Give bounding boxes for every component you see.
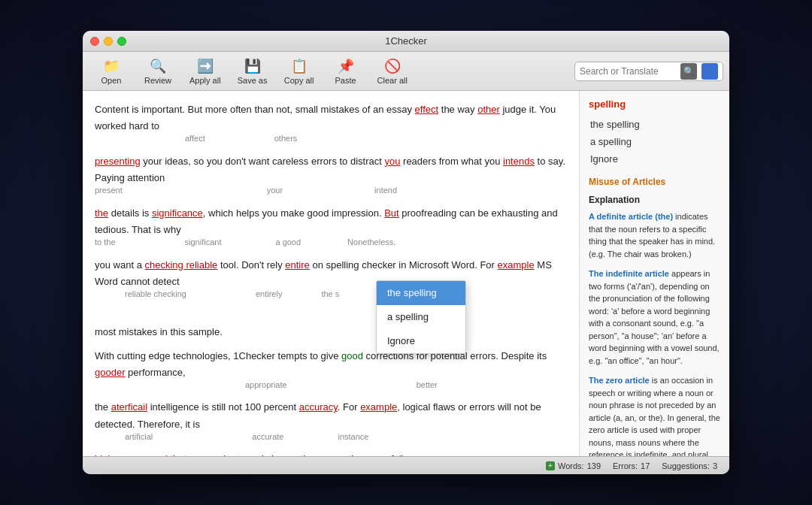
search-box: 🔍 [574,62,723,81]
open-button[interactable]: 📁 Open [89,55,134,88]
app-window: 1Checker 📁 Open 🔍 Review ➡️ Apply all 💾 … [83,31,729,474]
save-as-label: Save as [238,76,268,85]
error-you[interactable]: you [384,156,400,167]
error-high[interactable]: high [95,453,114,456]
paragraph-4: you want a checking reliable tool. Don't… [95,257,567,301]
dropdown-item-1[interactable]: a spelling [377,305,465,329]
save-as-button[interactable]: 💾 Save as [230,55,275,88]
explanation-definite: A definite article (the) indicates that … [586,209,723,262]
text: on spelling checker in Microsoft Word. F… [310,259,498,271]
text: With cutting edge technologies, 1Checker… [95,350,341,361]
paragraph-3: the details is significance, which helps… [95,205,567,249]
text: that you evaluate and choose the suggest… [168,453,411,456]
error-gooder[interactable]: gooder [95,367,125,378]
plus-icon: + [546,461,555,470]
error-intends[interactable]: intends [503,156,535,167]
search-button[interactable]: 🔍 [680,63,697,80]
error-effect[interactable]: effect [415,104,439,115]
error-recommend[interactable]: recommend [116,453,168,456]
paragraph-8: high recommend that you evaluate and cho… [95,451,567,456]
save-as-icon: 💾 [244,58,261,74]
sidebar: spelling the spelling a spelling Ignore … [579,91,729,456]
paste-icon: 📌 [338,58,354,74]
misuse-title: Misuse of Articles [586,175,723,189]
text: the [95,401,111,413]
open-icon: 📁 [103,58,120,74]
error-the[interactable]: the [95,207,108,219]
title-bar: 1Checker [83,31,729,52]
suggestions-value: 3 [713,461,717,470]
paste-label: Paste [335,76,356,85]
review-button[interactable]: 🔍 Review [135,55,180,88]
indefinite-article-link: The indefinite article [589,269,669,278]
open-label: Open [102,76,122,85]
zero-article-link: The zero article [589,376,650,385]
clear-all-icon: 🚫 [384,58,401,74]
errors-label: Errors: [613,461,638,470]
error-example1[interactable]: example [498,259,535,271]
suggestions-status: Suggestions: 3 [662,461,717,470]
error-accuracy[interactable]: accuracy [299,401,338,413]
hint-row-1: affect others [95,132,567,146]
error-other[interactable]: other [477,104,500,115]
minimize-button[interactable] [104,37,113,46]
apply-all-icon: ➡️ [197,58,214,74]
sidebar-item-1[interactable]: a spelling [586,133,723,150]
apply-all-button[interactable]: ➡️ Apply all [182,55,229,88]
hint-row-2: present your intend [95,183,567,198]
words-label: Words: [558,461,584,470]
text: readers from what you [400,156,503,167]
error-significance[interactable]: significance [152,207,203,219]
text: you want a [95,259,145,271]
error-example2[interactable]: example [360,401,397,413]
copy-all-button[interactable]: 📋 Copy all [277,55,322,88]
error-aterficail[interactable]: aterficail [111,401,147,413]
dropdown-item-2[interactable]: Ignore [377,329,465,353]
paragraph-6: With cutting edge technologies, 1Checker… [95,348,567,392]
suggestions-label: Suggestions: [662,461,710,470]
hint-row-6: appropriate better [95,378,567,392]
definite-article-link: A definite article (the) [589,212,673,221]
correct-good: good [341,350,363,361]
error-but[interactable]: But [384,207,399,219]
paragraph-5: most mistakes in this sample. [95,324,567,340]
review-label: Review [144,76,171,85]
text: intelligence is still not 100 percent [147,401,299,413]
translate-button[interactable] [701,63,718,80]
explanation-zero: The zero article is an occasion in speec… [586,373,723,456]
search-input[interactable] [580,66,677,77]
close-button[interactable] [90,37,99,46]
error-checking[interactable]: checking reliable [145,259,218,271]
text: your ideas, so you don't want careless e… [141,156,385,167]
text: tool. Don't rely [217,259,285,271]
text: details is [108,207,152,219]
traffic-lights [90,37,126,46]
error-entire[interactable]: entire [285,259,310,271]
sidebar-item-2[interactable]: Ignore [586,150,723,168]
copy-all-label: Copy all [284,76,314,85]
copy-all-icon: 📋 [291,58,308,74]
main-editor[interactable]: Content is important. But more often tha… [83,91,579,456]
review-icon: 🔍 [150,58,166,74]
sidebar-item-0[interactable]: the spelling [586,116,723,133]
status-bar: + Words: 139 Errors: 17 Suggestions: 3 [83,456,729,474]
paste-button[interactable]: 📌 Paste [323,55,368,88]
clear-all-button[interactable]: 🚫 Clear all [370,55,415,88]
errors-value: 17 [641,461,650,470]
toolbar: 📁 Open 🔍 Review ➡️ Apply all 💾 Save as 📋… [83,52,729,91]
dropdown-item-0[interactable]: the spelling [377,281,465,305]
clear-all-label: Clear all [377,76,408,85]
explanation-indefinite: The indefinite article appears in two fo… [586,266,723,368]
spelling-header: spelling [586,97,723,111]
error-presenting[interactable]: presenting [95,156,141,167]
errors-status: Errors: 17 [613,461,650,470]
text: Content is important. But more often tha… [95,104,415,115]
text: most mistakes in this sample. [95,326,223,337]
content-area: Content is important. But more often tha… [83,91,729,456]
words-value: 139 [587,461,601,470]
hint-row-3: to the significant a good Nonetheless, [95,235,567,249]
explanation-title: Explanation [586,193,723,207]
maximize-button[interactable] [117,37,126,46]
text: , which helps you make good impression. [203,207,384,219]
text: the way [438,104,477,115]
